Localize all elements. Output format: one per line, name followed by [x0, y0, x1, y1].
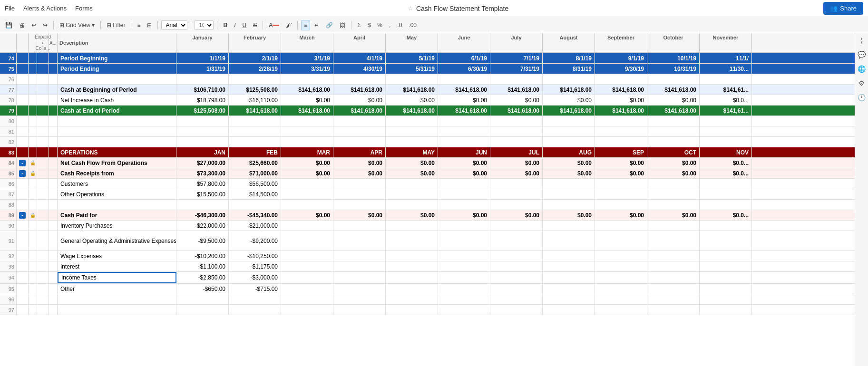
cell-value[interactable] — [647, 221, 700, 231]
cell-value[interactable]: $125,508.00 — [229, 85, 281, 95]
cell-value[interactable]: -$3,000.00 — [229, 272, 281, 283]
cell-description[interactable] — [58, 294, 176, 304]
cell-value[interactable]: 8/1/19 — [543, 53, 595, 63]
cell-value[interactable]: $0.00 — [543, 168, 595, 178]
cell-value[interactable]: $0.00 — [490, 158, 543, 168]
image-btn[interactable]: 🖼 — [337, 20, 348, 30]
cell-value[interactable]: $0.00 — [438, 210, 490, 220]
cell-value[interactable] — [333, 126, 386, 136]
cell-description[interactable]: Customers — [58, 179, 176, 189]
cell-value[interactable]: -$715.00 — [229, 284, 281, 294]
cell-value[interactable] — [229, 305, 281, 315]
cell-value[interactable]: 8/31/19 — [543, 64, 595, 74]
cell-value[interactable]: $141,618.00 — [386, 85, 438, 95]
cell-value[interactable]: 9/1/19 — [595, 53, 647, 63]
cell-value[interactable]: $0.00 — [595, 168, 647, 178]
cell-value[interactable] — [595, 272, 647, 283]
cell-value[interactable] — [386, 251, 438, 261]
cell-value[interactable]: $141,61... — [700, 106, 752, 116]
cell-value[interactable]: $0.00 — [595, 95, 647, 105]
cell-value[interactable] — [386, 179, 438, 189]
cell-value[interactable]: $141,618.00 — [543, 85, 595, 95]
cell-description[interactable]: General Operating & Administrative Expen… — [58, 231, 176, 250]
cell-value[interactable]: 1/31/19 — [176, 64, 229, 74]
cell-value[interactable] — [647, 305, 700, 315]
cell-value[interactable]: JAN — [176, 147, 229, 157]
cell-value[interactable]: $0.00 — [386, 210, 438, 220]
star-icon[interactable]: ☆ — [408, 5, 413, 12]
cell-value[interactable] — [386, 137, 438, 147]
cell-value[interactable] — [490, 231, 543, 250]
cell-value[interactable] — [438, 221, 490, 231]
cell-value[interactable] — [647, 126, 700, 136]
cell-value[interactable] — [543, 305, 595, 315]
cell-value[interactable]: $71,000.00 — [229, 168, 281, 178]
cell-value[interactable] — [281, 116, 333, 126]
cell-value[interactable] — [438, 179, 490, 189]
menu-alerts[interactable]: Alerts & Actions — [23, 5, 67, 12]
cell-value[interactable]: -$10,250.00 — [229, 251, 281, 261]
cell-value[interactable] — [647, 272, 700, 283]
cell-value[interactable]: 10/1/19 — [647, 53, 700, 63]
cell-value[interactable] — [333, 251, 386, 261]
align-btn[interactable]: ≡ — [301, 20, 310, 30]
cell-value[interactable]: $0.00 — [647, 210, 700, 220]
cell-value[interactable]: $0.00 — [543, 95, 595, 105]
cell-value[interactable]: -$22,000.00 — [176, 221, 229, 231]
cell-value[interactable] — [333, 179, 386, 189]
cell-value[interactable] — [281, 179, 333, 189]
cell-value[interactable]: 6/1/19 — [438, 53, 490, 63]
cell-value[interactable]: $0.00 — [281, 168, 333, 178]
cell-value[interactable]: MAR — [281, 147, 333, 157]
cell-value[interactable] — [595, 251, 647, 261]
cell-value[interactable] — [438, 200, 490, 210]
cell-value[interactable]: $0.00 — [490, 95, 543, 105]
cell-value[interactable] — [229, 200, 281, 210]
cell-value[interactable]: $0.0... — [700, 95, 752, 105]
cell-description[interactable] — [58, 74, 176, 84]
menu-file[interactable]: File — [5, 5, 15, 12]
row-height-btn[interactable]: ≡ — [135, 20, 143, 30]
cell-value[interactable] — [700, 116, 752, 126]
cell-value[interactable] — [700, 284, 752, 294]
row-collapse-btn[interactable]: - — [17, 158, 29, 168]
currency-btn[interactable]: $ — [365, 20, 373, 30]
cell-value[interactable]: $0.0... — [700, 210, 752, 220]
cell-value[interactable] — [176, 294, 229, 304]
highlight-btn[interactable]: 🖌 — [283, 20, 294, 30]
cell-description[interactable]: Other — [58, 284, 176, 294]
cell-value[interactable]: NOV — [700, 147, 752, 157]
cell-value[interactable]: $0.00 — [386, 158, 438, 168]
cell-value[interactable] — [543, 261, 595, 271]
cell-value[interactable] — [490, 116, 543, 126]
cell-value[interactable]: 11/1/ — [700, 53, 752, 63]
cell-value[interactable] — [647, 200, 700, 210]
cell-value[interactable] — [490, 137, 543, 147]
cell-value[interactable]: -$650.00 — [176, 284, 229, 294]
cell-description[interactable]: Period Ending — [58, 64, 176, 74]
sum-btn[interactable]: Σ — [355, 20, 363, 30]
cell-value[interactable]: 4/1/19 — [333, 53, 386, 63]
cell-value[interactable]: $141,618.00 — [333, 85, 386, 95]
cell-value[interactable] — [543, 221, 595, 231]
cell-value[interactable] — [438, 189, 490, 199]
right-settings-icon[interactable]: ⚙ — [857, 78, 866, 88]
underline-btn[interactable]: U — [240, 20, 249, 30]
cell-value[interactable]: $0.00 — [333, 210, 386, 220]
cell-value[interactable] — [438, 231, 490, 250]
cell-description[interactable]: Period Beginning — [58, 53, 176, 63]
cell-value[interactable]: $73,300.00 — [176, 168, 229, 178]
cell-value[interactable] — [700, 200, 752, 210]
cell-value[interactable] — [700, 305, 752, 315]
cell-value[interactable] — [700, 294, 752, 304]
right-globe-icon[interactable]: 🌐 — [856, 64, 867, 74]
cell-value[interactable]: $27,000.00 — [176, 158, 229, 168]
cell-value[interactable] — [543, 231, 595, 250]
cell-value[interactable] — [595, 284, 647, 294]
cell-value[interactable] — [595, 200, 647, 210]
cell-value[interactable] — [386, 294, 438, 304]
cell-value[interactable]: $141,618.00 — [386, 106, 438, 116]
cell-value[interactable] — [543, 272, 595, 283]
cell-value[interactable]: AUG — [543, 147, 595, 157]
cell-value[interactable]: 4/30/19 — [333, 64, 386, 74]
